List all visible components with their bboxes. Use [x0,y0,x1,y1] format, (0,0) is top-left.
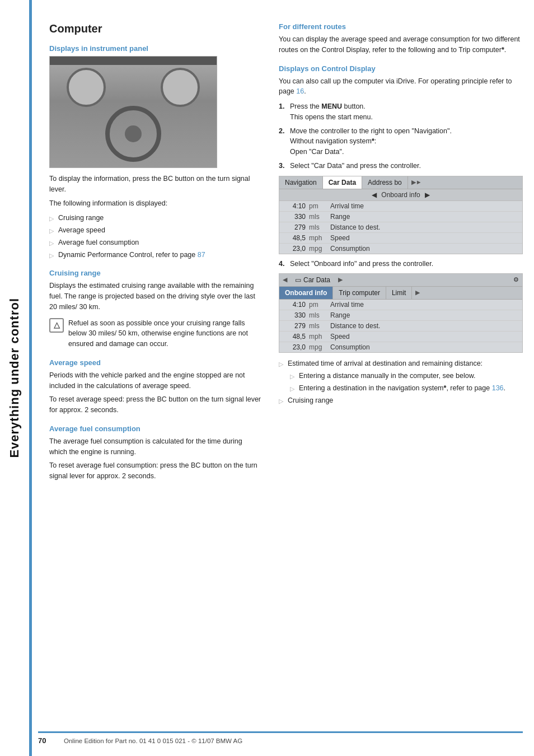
nav-display-2-header: ◀ ▭ Car Data ▶ ⚙ [279,274,522,287]
sidebar-blue-bar [29,0,32,756]
nav-display-1: Navigation Car Data Address bo ▶► ◀ Onbo… [279,176,523,254]
heading-displays-instrument: Displays in instrument panel [49,44,262,53]
bullet-arrow-icon: ▷ [49,226,54,236]
heading-average-speed: Average speed [49,358,262,367]
nav-tab-cardata[interactable]: Car Data [323,176,362,189]
control-display-text: You can also call up the computer via iD… [279,76,523,97]
page-footer: 70 Online Edition for Part no. 01 41 0 0… [38,731,523,745]
nav-row-5: 23,0 mpg Consumption [279,244,522,254]
right-column: For different routes You can display the… [279,22,523,485]
nav-monitor-icon: ▭ [295,276,301,284]
list-item: ▷ Average speed [49,225,262,236]
warning-icon: △ [49,318,64,333]
nav-tab-arrow-right[interactable]: ▶► [408,176,425,189]
steps-list: 1. Press the MENU button.This opens the … [279,101,523,171]
nav-row-d2-3: 279 mls Distance to dest. [279,321,522,332]
bullet-arrow-icon: ▷ [290,384,294,394]
avg-speed-text1: Periods with the vehicle parked and the … [49,370,262,391]
nav-row-d2-5: 23,0 mpg Consumption [279,342,522,352]
sidebar-label: Everything under control [7,298,22,458]
instrument-text1: To display the information, press the BC… [49,174,262,195]
instrument-text2: The following information is displayed: [49,198,262,209]
nav-sub-arrow-right: ▶ [425,191,430,199]
warning-text: Refuel as soon as possible once your cru… [68,318,262,349]
after-display-bullet-list: ▷ Estimated time of arrival at destinati… [279,358,523,405]
nav-display-header: Navigation Car Data Address bo ▶► [279,176,522,189]
nav-display-2-tabs: Onboard info Trip computer Limit ▶ [279,287,522,300]
main-content: Computer Displays in instrument panel To… [38,0,534,507]
avg-fuel-text1: The average fuel consumption is calculat… [49,436,262,458]
info-bullet-list: ▷ Cruising range ▷ Average speed ▷ Avera… [49,213,262,260]
nav-tab-address[interactable]: Address bo [362,176,408,189]
gauge-left [67,68,106,107]
step-3: 3. Select "Car Data" and press the contr… [279,161,523,171]
nav-row-3: 279 mls Distance to dest. [279,222,522,233]
cruising-range-text1: Displays the estimated cruising range av… [49,281,262,312]
list-item: ▷ Average fuel consumption [49,237,262,248]
nav-tab-arrow-right-2[interactable]: ▶ [335,274,346,286]
nav-sub-arrow-left: ◀ [372,191,377,199]
nav-row-1: 4:10 pm Arrival time [279,201,522,212]
step-1: 1. Press the MENU button.This opens the … [279,101,523,123]
nav-display-2: ◀ ▭ Car Data ▶ ⚙ Onboard info Trip compu… [279,273,523,353]
diff-routes-text: You can display the average speed and av… [279,34,523,55]
heading-control-display: Displays on Control Display [279,64,523,73]
nav-row-d2-1: 4:10 pm Arrival time [279,300,522,310]
list-item-distance-manual: ▷ Entering a distance manually in the co… [290,371,523,381]
nav-tab-onboard-info[interactable]: Onboard info [279,287,333,299]
list-item-nav-dest: ▷ Entering a destination in the navigati… [290,383,523,394]
page-title: Computer [49,22,262,35]
bullet-arrow-icon: ▷ [279,360,283,369]
footer-text: Online Edition for Part no. 01 41 0 015 … [64,738,242,744]
nav-sub-header-1: ◀ Onboard info ▶ [279,189,522,201]
steering-wheel [105,106,161,162]
list-item: ▷ Cruising range [49,213,262,223]
bullet-arrow-icon: ▷ [290,372,294,381]
list-item-eta: ▷ Estimated time of arrival at destinati… [279,358,523,369]
gauge-right [161,68,200,107]
nav-row-d2-2: 330 mls Range [279,310,522,321]
instrument-panel-image [49,56,217,168]
nav-tab-arrow-right-3[interactable]: ▶ [412,287,423,299]
step-4-list: 4. Select "Onboard info" and press the c… [279,259,523,269]
step-2: 2. Move the controller to the right to o… [279,126,523,157]
heading-cruising-range: Cruising range [49,269,262,277]
sidebar: Everything under control [0,0,29,756]
heading-diff-routes: For different routes [279,22,523,31]
list-item: ▷ Dynamic Performance Control, refer to … [49,250,262,260]
bullet-arrow-icon: ▷ [279,396,283,406]
bullet-arrow-icon: ▷ [49,214,54,223]
warning-box: △ Refuel as soon as possible once your c… [49,318,262,349]
bullet-arrow-icon: ▷ [49,239,54,248]
page-number: 70 [38,736,55,745]
nav-tab-navigation[interactable]: Navigation [279,176,323,189]
nav-settings-icon[interactable]: ⚙ [510,274,522,286]
nav-tab-limit[interactable]: Limit [386,287,412,299]
nav-sub-label: Onboard info [381,191,420,199]
nav-tab-trip-computer[interactable]: Trip computer [333,287,386,299]
nav-row-2: 330 mls Range [279,212,522,222]
nav-tab-arrow-left-2[interactable]: ◀ [279,274,291,286]
heading-avg-fuel: Average fuel consumption [49,424,262,433]
nav-row-4: 48,5 mph Speed [279,233,522,244]
avg-speed-text2: To reset average speed: press the BC but… [49,394,262,416]
avg-fuel-text2: To reset average fuel consumption: press… [49,460,262,482]
step-4: 4. Select "Onboard info" and press the c… [279,259,523,269]
nav-row-d2-4: 48,5 mph Speed [279,332,522,342]
left-column: Computer Displays in instrument panel To… [49,22,262,485]
list-item-cruising: ▷ Cruising range [279,395,523,406]
nav-header-car-data: ▭ Car Data [291,274,335,286]
bullet-arrow-icon: ▷ [49,251,54,260]
